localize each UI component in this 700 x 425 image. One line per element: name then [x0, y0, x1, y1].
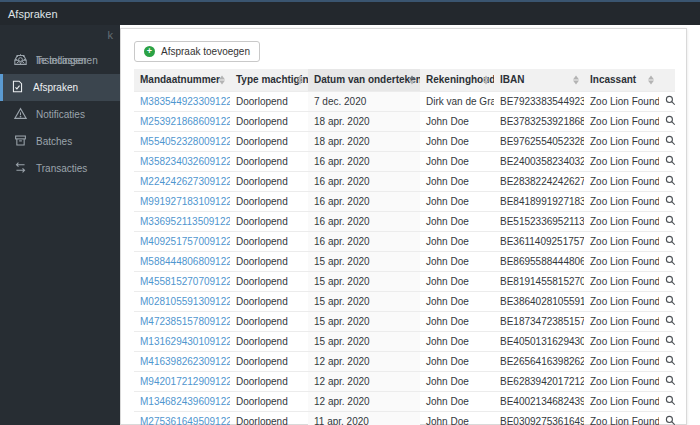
- mandate-cell: M358234032609122020: [134, 151, 230, 171]
- magnifier-icon[interactable]: [665, 195, 675, 206]
- row-action-cell: [659, 131, 675, 151]
- mandate-link[interactable]: M336952113509122020: [140, 216, 230, 227]
- sort-icon: [409, 75, 415, 84]
- magnifier-icon[interactable]: [665, 235, 675, 246]
- type-cell: Doorlopend: [230, 391, 308, 411]
- creditor-cell: Zoo Lion Foundation: [584, 291, 659, 311]
- page-title: Afspraken: [8, 8, 58, 20]
- magnifier-icon[interactable]: [665, 255, 675, 266]
- magnifier-icon[interactable]: [665, 395, 675, 406]
- mandate-link[interactable]: M554052328009122020: [140, 136, 230, 147]
- creditor-cell: Zoo Lion Foundation: [584, 411, 659, 425]
- table-row: M409251757009122020 Doorlopend 16 apr. 2…: [134, 231, 675, 251]
- type-cell: Doorlopend: [230, 411, 308, 425]
- magnifier-icon[interactable]: [665, 95, 675, 106]
- magnifier-icon[interactable]: [665, 115, 675, 126]
- table-row: M383544923309122020 Doorlopend 7 dec. 20…: [134, 91, 675, 111]
- account-holder-cell: John Doe: [420, 211, 494, 231]
- iban-cell: BE84189919271831: [494, 191, 584, 211]
- mandate-link[interactable]: M455815270709122020: [140, 276, 230, 287]
- iban-cell: BE26564163982623: [494, 351, 584, 371]
- mandate-cell: M455815270709122020: [134, 271, 230, 291]
- mandate-link[interactable]: M472385157809122020: [140, 316, 230, 327]
- sort-icon: [297, 75, 303, 84]
- table-row: M358234032609122020 Doorlopend 16 apr. 2…: [134, 151, 675, 171]
- date-cell: 16 apr. 2020: [308, 151, 420, 171]
- column-header-datum[interactable]: Datum van ondertekening: [308, 69, 420, 91]
- date-cell: 16 apr. 2020: [308, 231, 420, 251]
- date-cell: 15 apr. 2020: [308, 331, 420, 351]
- mandate-link[interactable]: M991927183109122020: [140, 196, 230, 207]
- sidebar-collapse-toggle[interactable]: k: [108, 29, 114, 41]
- plus-circle-icon: +: [144, 46, 155, 57]
- sidebar-footer: Instellingen: [0, 47, 120, 420]
- mandate-link[interactable]: M416398262309122020: [140, 356, 230, 367]
- type-cell: Doorlopend: [230, 131, 308, 151]
- column-header-rekeninghouder[interactable]: Rekeninghouder: [420, 69, 494, 91]
- account-holder-cell: John Doe: [420, 251, 494, 271]
- column-header-mandaatnummer[interactable]: Mandaatnummer: [134, 69, 230, 91]
- type-cell: Doorlopend: [230, 251, 308, 271]
- table-row: M336952113509122020 Doorlopend 16 apr. 2…: [134, 211, 675, 231]
- creditor-cell: Zoo Lion Foundation: [584, 271, 659, 291]
- sidebar: k Te incasseren Afspraken Notificaties B…: [0, 25, 120, 425]
- column-header-type-machtiging[interactable]: Type machtiging: [230, 69, 308, 91]
- account-holder-cell: John Doe: [420, 391, 494, 411]
- mandate-link[interactable]: M942017212909122020: [140, 376, 230, 387]
- mandate-link[interactable]: M275361649509122020: [140, 416, 230, 425]
- magnifier-icon[interactable]: [665, 155, 675, 166]
- magnifier-icon[interactable]: [665, 315, 675, 326]
- magnifier-icon[interactable]: [665, 355, 675, 366]
- mandate-link[interactable]: M134682439609122020: [140, 396, 230, 407]
- date-cell: 7 dec. 2020: [308, 91, 420, 111]
- creditor-cell: Zoo Lion Foundation: [584, 171, 659, 191]
- table-row: M224242627309122020 Doorlopend 16 apr. 2…: [134, 171, 675, 191]
- row-action-cell: [659, 351, 675, 371]
- date-cell: 16 apr. 2020: [308, 211, 420, 231]
- mandate-link[interactable]: M383544923309122020: [140, 96, 230, 107]
- mandate-link[interactable]: M131629430109122020: [140, 336, 230, 347]
- date-cell: 16 apr. 2020: [308, 171, 420, 191]
- column-header-incassant[interactable]: Incassant: [584, 69, 659, 91]
- mandate-link[interactable]: M588444806809122020: [140, 256, 230, 267]
- mandate-link[interactable]: M358234032609122020: [140, 156, 230, 167]
- sidebar-item-instellingen[interactable]: Instellingen: [0, 47, 120, 74]
- creditor-cell: Zoo Lion Foundation: [584, 371, 659, 391]
- creditor-cell: Zoo Lion Foundation: [584, 331, 659, 351]
- magnifier-icon[interactable]: [665, 215, 675, 226]
- magnifier-icon[interactable]: [665, 335, 675, 346]
- creditor-cell: Zoo Lion Foundation: [584, 231, 659, 251]
- mandate-link[interactable]: M224242627309122020: [140, 176, 230, 187]
- creditor-cell: Zoo Lion Foundation: [584, 351, 659, 371]
- date-cell: 18 apr. 2020: [308, 131, 420, 151]
- magnifier-icon[interactable]: [665, 135, 675, 146]
- magnifier-icon[interactable]: [665, 275, 675, 286]
- mandate-link[interactable]: M253921868609122020: [140, 116, 230, 127]
- mandate-cell: M028105591309122020: [134, 291, 230, 311]
- column-header-iban[interactable]: IBAN: [494, 69, 584, 91]
- type-cell: Doorlopend: [230, 211, 308, 231]
- row-action-cell: [659, 191, 675, 211]
- row-action-cell: [659, 271, 675, 291]
- date-cell: 12 apr. 2020: [308, 351, 420, 371]
- magnifier-icon[interactable]: [665, 295, 675, 306]
- sort-icon: [573, 75, 579, 84]
- row-action-cell: [659, 251, 675, 271]
- mandate-link[interactable]: M028105591309122020: [140, 296, 230, 307]
- afspraken-panel: + Afspraak toevoegen Mandaatnummer Type …: [120, 28, 687, 425]
- iban-cell: BE97625540523280: [494, 131, 584, 151]
- add-afspraak-button[interactable]: + Afspraak toevoegen: [134, 41, 260, 62]
- mandate-cell: M554052328009122020: [134, 131, 230, 151]
- table-body: M383544923309122020 Doorlopend 7 dec. 20…: [134, 91, 675, 425]
- table-row: M455815270709122020 Doorlopend 15 apr. 2…: [134, 271, 675, 291]
- mandate-link[interactable]: M409251757009122020: [140, 236, 230, 247]
- mandate-cell: M336952113509122020: [134, 211, 230, 231]
- iban-cell: BE86955884448068: [494, 251, 584, 271]
- account-holder-cell: John Doe: [420, 371, 494, 391]
- magnifier-icon[interactable]: [665, 175, 675, 186]
- magnifier-icon[interactable]: [665, 415, 675, 425]
- table-row: M942017212909122020 Doorlopend 12 apr. 2…: [134, 371, 675, 391]
- account-holder-cell: John Doe: [420, 171, 494, 191]
- magnifier-icon[interactable]: [665, 375, 675, 386]
- account-holder-cell: John Doe: [420, 331, 494, 351]
